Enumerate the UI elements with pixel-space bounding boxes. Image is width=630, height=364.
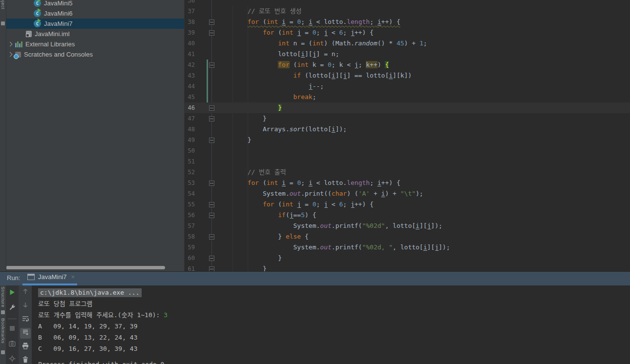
code-line-49: 49 } xyxy=(184,135,630,145)
toolwindow-button-bookmarks[interactable]: Bookmarks xyxy=(0,318,6,344)
gutter-space xyxy=(195,167,207,178)
fold-column xyxy=(208,81,215,92)
line-number: 42 xyxy=(184,60,195,70)
code-text: if(j==5) { xyxy=(215,210,630,221)
run-tab-javamini7[interactable]: JavaMini7 × xyxy=(27,273,75,281)
fold-marker[interactable] xyxy=(209,234,214,240)
code-line-52: 52 // 번호 출력 xyxy=(184,167,630,178)
fold-column xyxy=(208,6,215,17)
code-editor[interactable]: 3637 // 로또 번호 생성38 for (int i = 0; i < l… xyxy=(184,0,630,271)
fold-column xyxy=(208,113,215,124)
gutter-space xyxy=(195,231,207,242)
fold-marker[interactable] xyxy=(209,30,214,36)
line-number: 44 xyxy=(184,81,195,92)
chevron-right-icon[interactable] xyxy=(8,52,13,57)
fold-column xyxy=(208,70,215,81)
toolwindow-button-structure[interactable]: Structure xyxy=(0,286,6,307)
fold-marker[interactable] xyxy=(209,62,214,68)
gutter-space xyxy=(195,0,207,6)
code-text: for (int i = 0; i < lotto.length; i++) { xyxy=(215,178,630,188)
line-number: 52 xyxy=(184,167,195,178)
fold-marker[interactable] xyxy=(209,213,214,218)
printer-icon xyxy=(21,342,29,352)
horizontal-scrollbar[interactable] xyxy=(6,266,184,270)
modify-run-configuration-button[interactable] xyxy=(7,303,18,314)
tree-item-javamini5[interactable]: CJavaMini5 xyxy=(6,0,184,8)
fold-marker[interactable] xyxy=(209,116,214,121)
line-number: 59 xyxy=(184,242,195,253)
fold-marker[interactable] xyxy=(209,256,214,261)
code-line-46: 46 } xyxy=(184,102,630,113)
code-text xyxy=(215,0,630,6)
stop-button xyxy=(7,324,18,335)
line-number: 41 xyxy=(184,49,195,60)
gutter-space xyxy=(195,253,207,263)
fold-column xyxy=(208,17,215,27)
code-text: lotto[i][j] = n; xyxy=(215,49,630,60)
fold-column xyxy=(208,167,215,178)
module-file-icon xyxy=(26,31,32,37)
chevron-right-icon[interactable] xyxy=(8,42,13,47)
tree-item-javamini7[interactable]: CJavaMini7 xyxy=(6,19,184,29)
gutter-space xyxy=(195,221,207,231)
tree-item-external-libraries[interactable]: External Libraries xyxy=(6,39,184,49)
fold-marker[interactable] xyxy=(209,202,214,207)
fold-marker[interactable] xyxy=(209,138,214,143)
code-text: } else { xyxy=(215,231,630,242)
fold-column xyxy=(208,253,215,263)
gutter-space xyxy=(195,113,207,124)
code-text: break; xyxy=(215,92,630,102)
fold-column xyxy=(208,135,215,145)
code-line-54: 54 System.out.print((char) ('A' + i) + "… xyxy=(184,188,630,199)
gutter-space xyxy=(195,135,207,145)
print-button[interactable] xyxy=(20,342,31,352)
fold-column xyxy=(208,231,215,242)
line-number: 47 xyxy=(184,113,195,124)
fold-marker[interactable] xyxy=(209,20,214,25)
fold-column xyxy=(208,188,215,199)
close-tab-icon[interactable]: × xyxy=(70,273,75,281)
clear-all-button[interactable] xyxy=(20,355,31,364)
scrollbar-thumb[interactable] xyxy=(6,266,165,269)
line-number: 46 xyxy=(184,102,195,113)
fold-column xyxy=(208,27,215,38)
run-panel-header: Run: JavaMini7 × xyxy=(0,271,630,285)
code-line-42: 42 for (int k = 0; k < j; k++) { xyxy=(184,60,630,70)
active-tab-underline xyxy=(22,283,77,285)
scratches-icon xyxy=(15,52,21,58)
code-line-45: 45 break; xyxy=(184,92,630,102)
scroll-to-end-button[interactable] xyxy=(20,328,31,339)
tree-item-javamini6[interactable]: CJavaMini6 xyxy=(6,8,184,19)
gutter-space xyxy=(195,210,207,221)
code-line-40: 40 int n = (int) (Math.random() * 45) + … xyxy=(184,38,630,49)
code-text: for (int k = 0; k < j; k++) { xyxy=(215,60,630,70)
soft-wrap-button[interactable] xyxy=(20,314,31,325)
code-text: j--; xyxy=(215,81,630,92)
code-line-59: 59 System.out.printf("%02d, ", lotto[i][… xyxy=(184,242,630,253)
code-line-61: 61 } xyxy=(184,263,630,271)
fold-marker[interactable] xyxy=(209,105,214,111)
gear-icon xyxy=(8,355,16,364)
line-number: 56 xyxy=(184,210,195,221)
toolwindow-button-project[interactable]: Project xyxy=(0,0,6,9)
tree-item-javamini-iml[interactable]: JavaMini.iml xyxy=(6,29,184,39)
tree-item-scratches-and-consoles[interactable]: Scratches and Consoles xyxy=(6,49,184,60)
fold-column xyxy=(208,124,215,135)
wrench-icon xyxy=(8,303,16,313)
play-icon xyxy=(8,288,16,298)
fold-marker[interactable] xyxy=(209,181,214,186)
console-output[interactable]: c:\jdk1.8\bin\java.exe ...로또 당첨 프로그램로또 개… xyxy=(32,285,630,364)
fold-column xyxy=(208,92,215,102)
code-text: if (lotto[i][j] == lotto[i][k]) xyxy=(215,70,630,81)
code-line-41: 41 lotto[i][j] = n; xyxy=(184,49,630,60)
line-number: 51 xyxy=(184,156,195,167)
gutter-space xyxy=(195,6,207,17)
fold-column xyxy=(208,221,215,231)
gutter-space xyxy=(195,263,207,271)
fold-marker[interactable] xyxy=(209,266,214,272)
gutter-space xyxy=(195,188,207,199)
code-text: System.out.printf("%02d, ", lotto[i][j])… xyxy=(215,242,630,253)
console-line-5: B 06, 09, 13, 22, 24, 43 xyxy=(32,332,630,343)
arrow-up-icon xyxy=(21,287,29,297)
rerun-button[interactable] xyxy=(7,288,18,299)
